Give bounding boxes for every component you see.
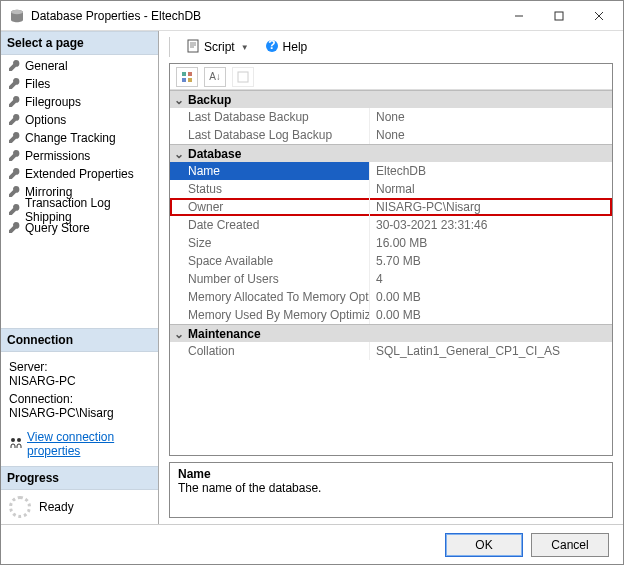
grid-body[interactable]: ⌄BackupLast Database BackupNoneLast Data… [170,90,612,455]
svg-rect-16 [182,78,186,82]
chevron-down-icon: ▼ [241,43,249,52]
wrench-icon [7,95,21,109]
property-value: NISARG-PC\Nisarg [370,198,612,216]
properties-button[interactable] [232,67,254,87]
wrench-icon [7,185,21,199]
property-row[interactable]: CollationSQL_Latin1_General_CP1_CI_AS [170,342,612,360]
page-item-label: Options [25,113,66,127]
category-maintenance[interactable]: ⌄Maintenance [170,324,612,342]
page-item-label: Permissions [25,149,90,163]
svg-rect-3 [555,12,563,20]
page-item-label: General [25,59,68,73]
property-row[interactable]: Number of Users4 [170,270,612,288]
script-button[interactable]: Script ▼ [182,37,253,58]
maximize-button[interactable] [539,2,579,30]
help-icon: ? [265,39,279,56]
property-key: Memory Allocated To Memory Optimized Obj… [170,288,370,306]
connection-value: NISARG-PC\Nisarg [9,406,150,420]
page-item-label: Filegroups [25,95,81,109]
page-item-filegroups[interactable]: Filegroups [1,93,158,111]
svg-rect-17 [188,78,192,82]
page-item-general[interactable]: General [1,57,158,75]
wrench-icon [7,221,21,235]
chevron-down-icon: ⌄ [170,327,188,341]
title-bar: Database Properties - EltechDB [1,1,623,31]
svg-rect-18 [238,72,248,82]
property-row[interactable]: OwnerNISARG-PC\Nisarg [170,198,612,216]
cancel-label: Cancel [551,538,588,552]
view-connection-properties-link[interactable]: View connection properties [9,430,150,458]
property-row[interactable]: Size16.00 MB [170,234,612,252]
button-bar: OK Cancel [1,524,623,564]
property-row[interactable]: NameEltechDB [170,162,612,180]
property-key: Status [170,180,370,198]
svg-point-7 [17,438,21,442]
categorized-button[interactable] [176,67,198,87]
help-button[interactable]: ? Help [261,37,312,58]
page-item-files[interactable]: Files [1,75,158,93]
right-pane: Script ▼ ? Help A↓ ⌄BackupLast Databas [159,31,623,524]
page-item-label: Files [25,77,50,91]
property-value: 4 [370,270,612,288]
cancel-button[interactable]: Cancel [531,533,609,557]
ok-button[interactable]: OK [445,533,523,557]
property-value: None [370,108,612,126]
svg-text:?: ? [268,39,275,52]
page-item-label: Extended Properties [25,167,134,181]
window-title: Database Properties - EltechDB [31,9,499,23]
property-row[interactable]: Date Created30-03-2021 23:31:46 [170,216,612,234]
property-value: None [370,126,612,144]
property-row[interactable]: Last Database BackupNone [170,108,612,126]
property-key: Owner [170,198,370,216]
property-value: Normal [370,180,612,198]
property-row[interactable]: Memory Allocated To Memory Optimized Obj… [170,288,612,306]
page-item-transaction-log-shipping[interactable]: Transaction Log Shipping [1,201,158,219]
server-label: Server: [9,360,150,374]
chevron-down-icon: ⌄ [170,93,188,107]
help-label: Help [283,40,308,54]
property-row[interactable]: Space Available5.70 MB [170,252,612,270]
category-database[interactable]: ⌄Database [170,144,612,162]
property-value: 0.00 MB [370,306,612,324]
database-icon [9,9,25,23]
category-label: Backup [188,93,231,107]
close-button[interactable] [579,2,619,30]
toolbar: Script ▼ ? Help [159,31,623,63]
property-row[interactable]: StatusNormal [170,180,612,198]
svg-point-6 [11,438,15,442]
property-value: EltechDB [370,162,612,180]
page-item-options[interactable]: Options [1,111,158,129]
property-grid: A↓ ⌄BackupLast Database BackupNoneLast D… [169,63,613,456]
connection-icon [9,437,23,452]
svg-rect-15 [188,72,192,76]
wrench-icon [7,59,21,73]
property-key: Memory Used By Memory Optimized Objects [170,306,370,324]
minimize-button[interactable] [499,2,539,30]
alphabetical-button[interactable]: A↓ [204,67,226,87]
property-key: Collation [170,342,370,360]
page-item-label: Transaction Log Shipping [25,196,152,224]
property-row[interactable]: Memory Used By Memory Optimized Objects0… [170,306,612,324]
property-key: Name [170,162,370,180]
page-item-change-tracking[interactable]: Change Tracking [1,129,158,147]
property-key: Last Database Log Backup [170,126,370,144]
page-item-label: Query Store [25,221,90,235]
category-backup[interactable]: ⌄Backup [170,90,612,108]
property-key: Size [170,234,370,252]
wrench-icon [7,113,21,127]
connection-header: Connection [1,328,158,352]
property-row[interactable]: Last Database Log BackupNone [170,126,612,144]
wrench-icon [7,131,21,145]
progress-ring-icon [9,496,31,518]
description-text: The name of the database. [178,481,604,495]
property-key: Number of Users [170,270,370,288]
progress-status: Ready [39,500,74,514]
wrench-icon [7,167,21,181]
page-item-permissions[interactable]: Permissions [1,147,158,165]
property-value: 0.00 MB [370,288,612,306]
category-label: Maintenance [188,327,261,341]
property-key: Space Available [170,252,370,270]
wrench-icon [7,203,21,217]
page-item-extended-properties[interactable]: Extended Properties [1,165,158,183]
chevron-down-icon: ⌄ [170,147,188,161]
